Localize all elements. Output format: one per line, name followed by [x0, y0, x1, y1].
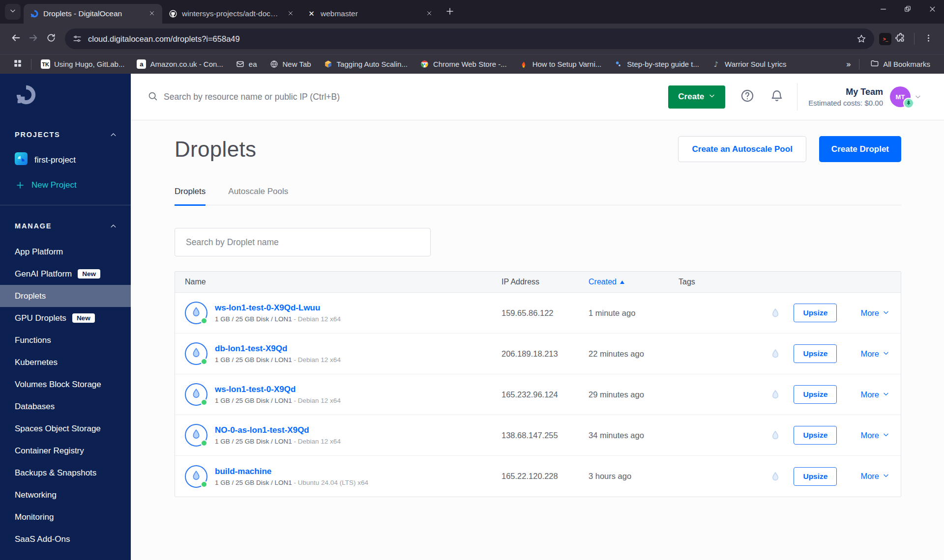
sidebar-item[interactable]: Networking [0, 484, 131, 506]
column-header-ip[interactable]: IP Address [502, 278, 589, 286]
sidebar-item[interactable]: GenAI Platform New [0, 263, 131, 285]
table-row: build-machine 1 GB / 25 GB Disk / LON1 -… [175, 456, 901, 497]
created-time: 1 minute ago [589, 308, 678, 318]
create-button[interactable]: Create [668, 85, 725, 109]
extensions-button[interactable] [891, 30, 909, 48]
manage-header[interactable]: MANAGE [15, 222, 117, 230]
sidebar-item[interactable]: Spaces Object Storage [0, 418, 131, 440]
specs-text: 1 GB / 25 GB Disk / LON1 [215, 438, 292, 445]
upsize-button[interactable]: Upsize [794, 426, 837, 445]
notifications-button[interactable] [769, 89, 784, 104]
account-menu[interactable]: MT [890, 86, 911, 107]
droplet-specs: 1 GB / 25 GB Disk / LON1 - Debian 12 x64 [215, 397, 341, 404]
droplet-icon [185, 302, 207, 324]
column-header-name[interactable]: Name [185, 278, 502, 286]
forward-button[interactable] [25, 30, 42, 48]
bell-icon [770, 89, 784, 105]
bookmarks-overflow-button[interactable]: » [846, 59, 851, 69]
sidebar-item[interactable]: SaaS Add-Ons [0, 528, 131, 550]
help-button[interactable] [740, 89, 755, 104]
droplet-name-link[interactable]: ws-lon1-test-0-X9Qd [215, 385, 295, 394]
upsize-button[interactable]: Upsize [794, 467, 837, 486]
joomla-favicon-icon: ✕ [307, 9, 316, 19]
sidebar-item[interactable]: Container Registry [0, 440, 131, 462]
bookmark-item[interactable]: Chrome Web Store -... [417, 59, 510, 69]
upsize-button[interactable]: Upsize [794, 385, 837, 404]
minimize-icon[interactable] [878, 4, 888, 14]
bookmark-star-icon[interactable] [856, 34, 866, 44]
close-icon [426, 9, 432, 18]
tab-close-icon[interactable] [285, 8, 296, 19]
sidebar-item[interactable]: Functions [0, 329, 131, 351]
backup-droplet-icon [770, 308, 781, 318]
droplet-glyph-icon [190, 428, 202, 442]
tab-close-icon[interactable] [147, 8, 157, 19]
bookmark-item[interactable]: ♪ Warrior Soul Lyrics [708, 59, 790, 69]
chevron-up-icon[interactable] [110, 131, 117, 139]
terminal-extension-icon[interactable]: >_ [879, 33, 891, 45]
more-button[interactable]: More [860, 472, 889, 481]
more-button[interactable]: More [860, 349, 889, 359]
chevron-up-icon[interactable] [110, 223, 117, 230]
site-settings-icon[interactable] [73, 34, 82, 43]
create-autoscale-pool-button[interactable]: Create an Autoscale Pool [678, 136, 806, 162]
bookmark-item[interactable]: How to Setup Varni... [516, 59, 605, 69]
back-button[interactable] [7, 30, 25, 48]
all-bookmarks-button[interactable]: All Bookmarks [867, 59, 933, 69]
new-tab-button[interactable] [442, 5, 457, 20]
url-text[interactable]: cloud.digitalocean.com/droplets?i=658a49 [88, 34, 850, 44]
column-header-tags[interactable]: Tags [678, 278, 755, 286]
sidebar-item-first-project[interactable]: first-project [15, 152, 131, 168]
close-icon [288, 9, 294, 18]
upsize-button[interactable]: Upsize [794, 304, 837, 322]
browser-tab[interactable]: wintersys-projects/adt-docume [162, 4, 301, 24]
tab-close-icon[interactable] [424, 8, 435, 19]
bookmark-item[interactable]: New Tab [266, 59, 314, 69]
sidebar-item[interactable]: Volumes Block Storage [0, 373, 131, 395]
create-droplet-button[interactable]: Create Droplet [819, 136, 901, 162]
browser-menu-button[interactable] [919, 30, 937, 48]
sidebar-item[interactable]: Droplets [0, 285, 131, 307]
more-button[interactable]: More [860, 390, 889, 399]
droplet-name-link[interactable]: ws-lon1-test-0-X9Qd-Lwuu [215, 303, 320, 312]
browser-tab[interactable]: ✕ webmaster [301, 4, 440, 24]
bookmark-item[interactable]: Tagging Auto Scalin... [321, 59, 411, 69]
droplets-page: Droplets Create an Autoscale Pool Create… [131, 120, 944, 560]
global-search-input[interactable] [164, 92, 668, 102]
tab-title: Droplets - DigitalOcean [43, 9, 142, 18]
bookmark-item[interactable]: TK Using Hugo, GitLab... [38, 59, 127, 69]
page-tab[interactable]: Droplets [175, 187, 206, 205]
sidebar-item[interactable]: GPU Droplets New [0, 307, 131, 329]
apps-button[interactable] [11, 57, 25, 71]
page-tab[interactable]: Autoscale Pools [228, 187, 288, 205]
sidebar-item[interactable]: Kubernetes [0, 351, 131, 373]
new-project-button[interactable]: New Project [16, 180, 131, 190]
more-button[interactable]: More [860, 431, 889, 440]
close-window-icon[interactable] [927, 4, 937, 14]
droplet-icon [185, 383, 207, 406]
bookmark-item[interactable]: Step-by-step guide t... [611, 59, 702, 69]
column-header-created[interactable]: Created [589, 278, 678, 286]
projects-header[interactable]: PROJECTS [15, 131, 117, 139]
chevron-down-icon[interactable] [914, 93, 921, 100]
sidebar-item[interactable]: Monitoring [0, 506, 131, 528]
droplet-name-link[interactable]: db-lon1-test-X9Qd [215, 344, 287, 353]
restore-icon[interactable] [903, 4, 913, 14]
tab-search-button[interactable] [5, 4, 21, 20]
droplet-name-link[interactable]: build-machine [215, 467, 271, 476]
reload-button[interactable] [42, 30, 60, 48]
droplet-name-link[interactable]: NO-0-as-lon1-test-X9Qd [215, 425, 309, 435]
bookmark-item[interactable]: a Amazon.co.uk - Con... [134, 59, 226, 69]
bookmark-item[interactable]: ea [233, 59, 260, 69]
sidebar-item[interactable]: Backups & Snapshots [0, 462, 131, 484]
address-bar[interactable]: cloud.digitalocean.com/droplets?i=658a49 [65, 28, 874, 49]
more-button[interactable]: More [860, 308, 889, 318]
sidebar-item[interactable]: Databases [0, 395, 131, 418]
upsize-button[interactable]: Upsize [794, 344, 837, 363]
specs-text: 1 GB / 25 GB Disk / LON1 [215, 397, 292, 404]
sidebar-item[interactable]: App Platform [0, 241, 131, 263]
browser-tab[interactable]: Droplets - DigitalOcean [24, 4, 162, 24]
global-search[interactable] [148, 91, 668, 103]
created-time: 22 minutes ago [589, 349, 678, 359]
droplet-search-input[interactable] [175, 228, 431, 256]
